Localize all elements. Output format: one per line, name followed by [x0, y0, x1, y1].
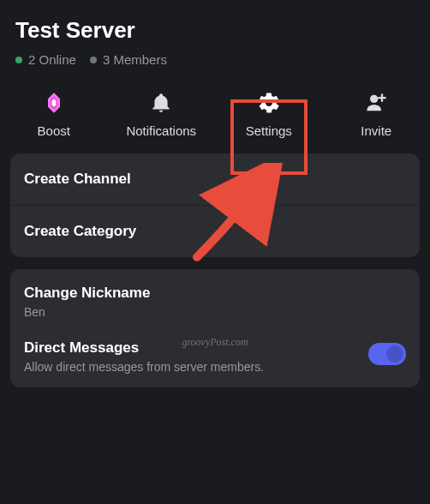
- settings-card: Change Nickname Ben Direct Messages Allo…: [10, 269, 420, 387]
- members-count: 3 Members: [103, 52, 167, 67]
- server-title: Test Server: [15, 17, 415, 44]
- members-status: 3 Members: [90, 52, 167, 67]
- add-user-icon: [362, 89, 390, 117]
- gear-icon: [255, 89, 283, 117]
- invite-button[interactable]: Invite: [337, 89, 415, 138]
- online-status: 2 Online: [15, 52, 76, 67]
- notifications-button[interactable]: Notifications: [122, 89, 200, 138]
- bell-icon: [147, 89, 175, 117]
- online-dot-icon: [15, 57, 22, 63]
- status-row: 2 Online 3 Members: [15, 52, 415, 67]
- nickname-value: Ben: [24, 305, 406, 319]
- create-card: Create Channel Create Category: [10, 153, 420, 257]
- change-nickname-label: Change Nickname: [24, 285, 406, 302]
- action-bar: Boost Notifications Settings Invite: [0, 77, 430, 153]
- create-channel-button[interactable]: Create Channel: [10, 153, 420, 205]
- boost-button[interactable]: Boost: [15, 89, 93, 138]
- create-category-button[interactable]: Create Category: [10, 205, 420, 257]
- notifications-label: Notifications: [126, 123, 196, 138]
- direct-messages-desc: Allow direct messages from server member…: [24, 360, 368, 374]
- boost-icon: [40, 89, 68, 117]
- svg-point-0: [370, 95, 378, 103]
- settings-label: Settings: [246, 123, 292, 138]
- boost-label: Boost: [38, 123, 70, 138]
- change-nickname-button[interactable]: Change Nickname Ben: [10, 269, 420, 324]
- direct-messages-toggle[interactable]: [368, 343, 406, 365]
- toggle-thumb-icon: [386, 345, 403, 363]
- invite-label: Invite: [361, 123, 391, 138]
- watermark: groovyPost.com: [182, 336, 248, 349]
- settings-button[interactable]: Settings: [230, 89, 308, 138]
- members-dot-icon: [90, 57, 97, 63]
- online-count: 2 Online: [28, 52, 76, 67]
